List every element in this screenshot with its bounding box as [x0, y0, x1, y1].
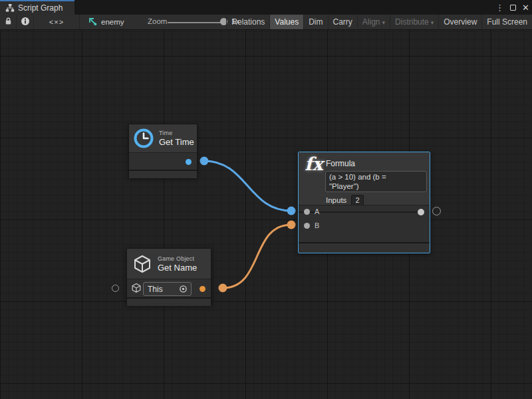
node-formula[interactable]: fx Formula (a > 10) and (b = "Player") I… [298, 152, 430, 253]
toolbar-actions: Relations Values Dim Carry Align▾ Distri… [226, 15, 532, 29]
node-title: Get Time [159, 137, 194, 147]
lock-button[interactable] [0, 15, 17, 29]
input-port-a-label: A [315, 207, 319, 215]
node-body [129, 152, 197, 170]
node-category: Game Object [158, 255, 197, 262]
code-icon: <×> [49, 18, 64, 26]
cube-icon [132, 254, 152, 274]
connection-end-dot-blue[interactable] [287, 207, 296, 215]
connection-end-dot-orange[interactable] [287, 221, 296, 229]
formula-fx-icon: fx [305, 154, 323, 174]
dim-button[interactable]: Dim [303, 15, 327, 29]
output-port-name[interactable] [200, 286, 205, 292]
maximize-icon[interactable] [510, 5, 516, 11]
node-footer [127, 297, 211, 306]
zoom-slider-track[interactable] [168, 22, 225, 23]
connections-layer [0, 30, 532, 399]
lock-icon [4, 17, 13, 27]
tab-title: Script Graph [18, 3, 63, 13]
node-body: This [127, 279, 211, 297]
overview-button[interactable]: Overview [438, 15, 481, 29]
carry-button[interactable]: Carry [328, 15, 357, 29]
graph-toolbar: <×> enemy Zoom 1x Relations Values Dim C… [0, 15, 532, 30]
clock-icon [132, 127, 155, 150]
output-port-time[interactable] [186, 159, 192, 165]
node-title: Get Name [158, 263, 197, 273]
node-footer [129, 170, 197, 178]
connection-getname-to-formula-b[interactable] [223, 225, 291, 288]
node-body: A B [299, 205, 430, 242]
titlebar: Script Graph ⋮ ✕ [0, 0, 532, 15]
distribute-button[interactable]: Distribute▾ [390, 15, 438, 29]
node-footer [299, 242, 430, 251]
output-port-formula[interactable] [418, 209, 424, 215]
node-header: Game Object Get Name [127, 249, 211, 279]
fullscreen-button[interactable]: Full Screen [481, 15, 532, 29]
tab-script-graph[interactable]: Script Graph [0, 0, 74, 15]
object-picker-icon[interactable] [179, 285, 188, 293]
code-view-button[interactable]: <×> [34, 15, 80, 29]
node-title: Formula [326, 159, 355, 168]
input-port-b-label: B [315, 221, 319, 229]
breadcrumb[interactable]: enemy [88, 15, 124, 29]
getname-input-terminal[interactable] [112, 285, 119, 292]
chevron-down-icon: ▾ [431, 19, 434, 26]
info-icon [21, 17, 30, 28]
align-button[interactable]: Align▾ [357, 15, 390, 29]
window-controls: ⋮ ✕ [495, 0, 529, 15]
connection-gettime-to-formula-a[interactable] [204, 161, 291, 211]
chevron-down-icon: ▾ [382, 19, 386, 26]
node-get-time[interactable]: Time Get Time [128, 124, 198, 178]
values-button[interactable]: Values [269, 15, 303, 29]
input-port-b[interactable] [304, 223, 310, 229]
graph-asset-icon [88, 17, 97, 28]
zoom-label: Zoom [148, 17, 167, 25]
info-button[interactable] [17, 15, 34, 29]
breadcrumb-label: enemy [101, 18, 124, 26]
graph-tab-icon [5, 3, 15, 13]
script-graph-window: Script Graph ⋮ ✕ [0, 0, 532, 399]
inputs-label: Inputs [326, 196, 346, 204]
target-object-field[interactable]: This [143, 282, 192, 296]
connection-start-dot-orange[interactable] [219, 284, 227, 293]
cube-icon-small [131, 283, 142, 293]
window-menu-icon[interactable]: ⋮ [495, 3, 504, 12]
formula-expression-input[interactable]: (a > 10) and (b = "Player") [325, 171, 427, 192]
node-get-name[interactable]: Game Object Get Name This [126, 248, 211, 305]
node-header: Time Get Time [129, 124, 197, 152]
input-port-a[interactable] [304, 209, 310, 215]
node-category: Time [159, 130, 194, 136]
relations-button[interactable]: Relations [226, 15, 269, 29]
close-icon[interactable]: ✕ [522, 3, 529, 12]
graph-canvas[interactable]: Time Get Time fx Formula (a > 10) and (b… [0, 30, 532, 399]
target-object-value: This [148, 285, 179, 294]
formula-output-terminal[interactable] [432, 207, 441, 215]
node-header: fx Formula (a > 10) and (b = "Player") I… [299, 152, 430, 205]
connection-start-dot-blue[interactable] [200, 157, 209, 166]
